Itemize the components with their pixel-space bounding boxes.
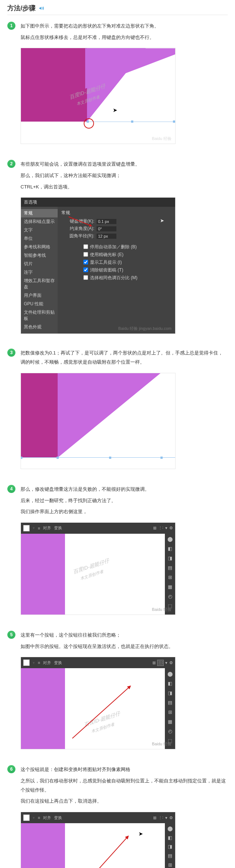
constrain-angle-field[interactable]: 0° <box>97 226 116 231</box>
sidebar-item[interactable]: 参考线和网格 <box>21 243 58 251</box>
panel-icon[interactable]: ▤ <box>167 699 173 706</box>
figure-3 <box>21 373 176 469</box>
sidebar-item[interactable]: 常规 <box>21 209 58 217</box>
prefs-heading: 常规 <box>61 210 171 216</box>
sidebar-item[interactable]: 文字 <box>21 226 58 234</box>
panel-icon[interactable]: ⊞ <box>167 574 173 581</box>
audio-icon[interactable] <box>39 5 45 11</box>
ai-control-bar: ▾ ≡ 对齐 变换 ⊞ ⋮∶ ▾ ⚙ <box>21 523 175 534</box>
cursor-icon: ➤ <box>113 107 118 114</box>
menu-icon[interactable]: ≡ <box>38 526 40 530</box>
fill-swatch[interactable] <box>23 525 30 532</box>
checkbox-row[interactable]: 消除锯齿图稿 (T) <box>82 266 171 273</box>
artboard[interactable]: 百度ID-超能仔仔 本文原创作者 <box>21 668 165 749</box>
settings-icon[interactable]: ⚙ <box>169 526 173 530</box>
figure-1: ➤ 百度ID-超能仔仔 本文原创作者 Baidu 经验 <box>21 48 176 144</box>
sidebar-item[interactable]: GPU 性能 <box>21 300 58 308</box>
sidebar-item[interactable]: 用户界面 <box>21 291 58 300</box>
step-text: 把数值修改为0.1；再试了下，是可以调了，两个形状的点是对上了。但，手感上总是觉… <box>21 349 228 367</box>
panel-icon[interactable]: ⬤ <box>167 670 173 677</box>
corner-watermark: Baidu 经验 <box>152 136 171 141</box>
panel-icon[interactable]: ▤ <box>167 853 173 859</box>
toolbar-label[interactable]: 对齐 <box>43 660 51 666</box>
panel-icon[interactable]: ◴ <box>167 593 173 600</box>
toolbar-label[interactable]: 变换 <box>54 525 62 531</box>
field-label: 键盘增量(K): <box>61 218 97 224</box>
align-to-pixel-button[interactable]: ⋮∶ <box>158 660 163 666</box>
sidebar-item[interactable]: 增效工具和暂存盘 <box>21 277 58 291</box>
checkbox-row[interactable]: 显示工具提示 (I) <box>82 259 171 266</box>
keyboard-increment-field[interactable]: 0.1 px <box>97 219 116 224</box>
sidebar-item[interactable]: 智能参考线 <box>21 251 58 260</box>
artboard[interactable] <box>21 823 165 868</box>
panel-icon[interactable]: ⊞ <box>167 862 173 868</box>
settings-icon[interactable]: ⚙ <box>169 815 173 820</box>
step-text: 我们操作界面上方的右侧这里， <box>21 507 228 516</box>
panel-icon[interactable]: ⬤ <box>167 825 173 832</box>
panel-icon[interactable]: ◨ <box>167 843 173 850</box>
panel-icon[interactable]: ◨ <box>167 689 173 696</box>
panel-icon[interactable]: ◧ <box>167 680 173 687</box>
settings-icon[interactable]: ⚙ <box>169 660 173 665</box>
panel-icon[interactable]: ◨ <box>167 555 173 562</box>
fill-swatch[interactable] <box>23 659 30 666</box>
figure-4-ai-ui: ▾ ≡ 对齐 变换 ⊞ ⋮∶ ▾ ⚙ 百度ID-超能仔仔 本文原创作者 <box>21 522 176 615</box>
checkbox-row[interactable]: 选择相同色调百分比 (M) <box>82 274 171 281</box>
panel-icon[interactable]: ▤ <box>167 565 173 571</box>
toolbar-label[interactable]: 对齐 <box>43 525 51 531</box>
align-button[interactable]: ⋮∶ <box>158 526 163 530</box>
step-number: 1 <box>7 22 15 30</box>
sidebar-item[interactable]: 文件处理和剪贴板 <box>21 308 58 323</box>
toolbar-label[interactable]: 对齐 <box>43 815 51 821</box>
step-2: 2 有些朋友可能会说，设置微调在首选项里设置键盘增量。 那么，我们就试下，这种方… <box>7 160 228 334</box>
sidebar-item[interactable]: 选择和锚点显示 <box>21 217 58 226</box>
figure-2-prefs-dialog: 首选项 常规 选择和锚点显示 文字 单位 参考线和网格 智能参考线 切片 连字 … <box>21 197 176 334</box>
menu-icon[interactable]: ≡ <box>38 660 40 665</box>
step-number: 5 <box>7 631 15 639</box>
artboard[interactable]: 百度ID-超能仔仔 本文原创作者 <box>21 534 165 615</box>
ai-control-bar: ▾ ≡ 对齐 变换 ⊞ ⋮∶ ▾ ⚙ <box>21 657 175 668</box>
pixel-snap-button[interactable]: ⊞ <box>153 815 156 820</box>
toolbar-label[interactable]: 变换 <box>54 815 62 821</box>
cursor-icon: ➤ <box>160 218 164 223</box>
fill-swatch[interactable] <box>23 814 30 821</box>
step-text: 如图中所示的按钮。这个按钮现在呈激活状态，也就是正在执行的状态。 <box>21 642 228 651</box>
panel-icon[interactable]: ▦ <box>167 584 173 590</box>
step-4: 4 那么，修改键盘增量这方法是失败的，不能很好的实现微调。 后来，经过一翻研究，… <box>7 485 228 616</box>
corner-watermark: Baidu 经验 jingyan.baidu.com <box>118 326 171 331</box>
dialog-title: 首选项 <box>21 198 175 207</box>
checkbox-row[interactable]: 停用自动添加／删除 (B) <box>82 243 171 250</box>
right-panel-dock: ⬤ ◧ ◨ ▤ ⊞ ▦ ◴ ⬚ <box>165 668 175 749</box>
corner-radius-field[interactable]: 12 px <box>97 234 116 239</box>
toolbar-label[interactable]: 变换 <box>54 660 62 666</box>
step-1: 1 如下图中所示，需要把右边的形状的左下角对准左边形状右下角。 鼠标点住形状移来… <box>7 22 228 145</box>
step-text: 鼠标点住形状移来移去，总是对不准，用键盘的方向键也不行。 <box>21 33 228 42</box>
step-text: 我们在这按钮上再点击下，取消选择。 <box>21 797 228 806</box>
step-text: 那么，修改键盘增量这方法是失败的，不能很好的实现微调。 <box>21 485 228 494</box>
step-number: 4 <box>7 485 15 493</box>
align-to-pixel-button[interactable]: ⋮∶ <box>158 815 163 820</box>
panel-icon[interactable]: ◧ <box>167 835 173 841</box>
sidebar-item[interactable]: 黑色外观 <box>21 323 58 331</box>
step-6: 6 这个按钮就是：创建和变换时将图贴对齐到像素网格 之所以，我们在移动形状时，总… <box>7 765 228 868</box>
sidebar-item[interactable]: 连字 <box>21 268 58 277</box>
step-text: 这里有一个按钮，这个按钮往往被我们所忽略； <box>21 631 228 640</box>
pixel-snap-button[interactable]: ⊞ <box>153 526 156 530</box>
section-title: 方法/步骤 <box>7 4 36 12</box>
panel-icon[interactable]: ▦ <box>167 718 173 725</box>
corner-watermark: Baidu 经验 <box>152 741 171 747</box>
checkbox-row[interactable]: 使用精确光标 (E) <box>82 251 171 258</box>
prefs-sidebar: 常规 选择和锚点显示 文字 单位 参考线和网格 智能参考线 切片 连字 增效工具… <box>21 207 58 334</box>
pixel-snap-button[interactable]: ⊞ <box>152 660 156 665</box>
field-label: 圆角半径(R): <box>61 233 97 239</box>
sidebar-item[interactable]: 单位 <box>21 234 58 243</box>
step-number: 6 <box>7 765 15 773</box>
panel-icon[interactable]: ⬤ <box>167 536 173 543</box>
step-text: 有些朋友可能会说，设置微调在首选项里设置键盘增量。 <box>21 160 228 169</box>
section-title-row: 方法/步骤 <box>7 4 228 15</box>
panel-icon[interactable]: ◴ <box>167 728 173 734</box>
sidebar-item[interactable]: 切片 <box>21 260 58 268</box>
panel-icon[interactable]: ◧ <box>167 545 173 552</box>
panel-icon[interactable]: ⊞ <box>167 709 173 715</box>
menu-icon[interactable]: ≡ <box>38 815 40 820</box>
